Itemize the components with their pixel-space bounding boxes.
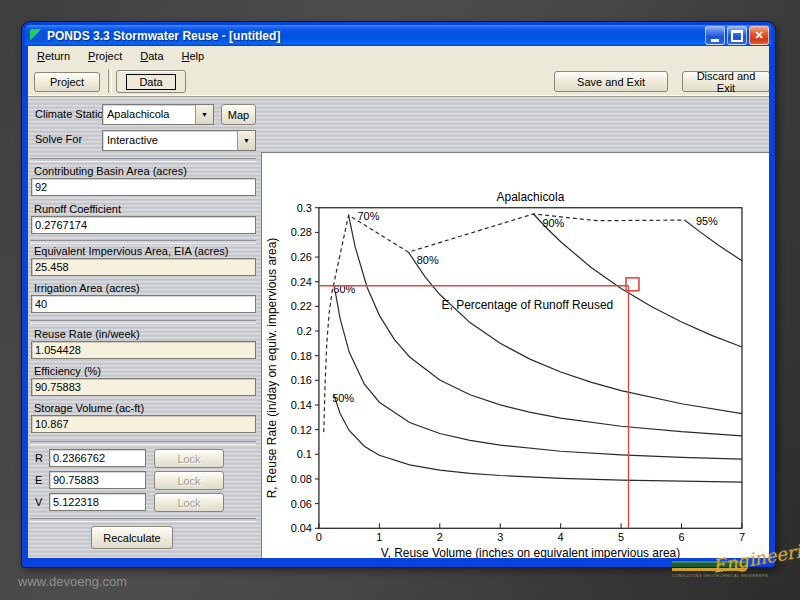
reuse-chart-panel[interactable]: 012345670.30.280.260.240.220.20.180.160.… bbox=[261, 152, 769, 558]
maximize-button[interactable] bbox=[727, 26, 747, 45]
svg-text:3: 3 bbox=[497, 531, 503, 543]
minimize-button[interactable] bbox=[705, 26, 725, 45]
menu-bar: Return Project Data Help bbox=[28, 46, 769, 66]
v-label: V bbox=[35, 496, 42, 508]
toolbar-separator bbox=[108, 69, 112, 93]
close-button[interactable]: ✕ bbox=[749, 26, 769, 45]
svg-text:R, Reuse Rate (in/day on equiv: R, Reuse Rate (in/day on equiv. impervio… bbox=[265, 238, 279, 499]
minimize-icon bbox=[711, 39, 719, 42]
svg-text:0: 0 bbox=[316, 531, 322, 543]
v-input[interactable] bbox=[49, 493, 146, 511]
storage-volume-label: Storage Volume (ac-ft) bbox=[34, 402, 144, 414]
solve-for-label: Solve For bbox=[35, 133, 82, 145]
title-bar[interactable]: PONDS 3.3 Stormwater Reuse - [untitled] … bbox=[25, 25, 772, 46]
storage-volume-output bbox=[31, 415, 256, 433]
e-input[interactable] bbox=[49, 471, 146, 489]
svg-text:E, Percentage of Runoff Reused: E, Percentage of Runoff Reused bbox=[442, 298, 614, 312]
svg-text:0.28: 0.28 bbox=[291, 226, 312, 238]
irrigation-area-label: Irrigation Area (acres) bbox=[34, 282, 140, 294]
svg-text:6: 6 bbox=[678, 531, 684, 543]
project-tab-button[interactable]: Project bbox=[34, 72, 100, 92]
company-logo: CONSULTING GEOTECHNICAL ENGINEERS Engine… bbox=[672, 558, 792, 592]
maximize-icon bbox=[731, 30, 743, 42]
svg-text:V, Reuse Volume (inches on equ: V, Reuse Volume (inches on equivalent im… bbox=[381, 546, 681, 558]
svg-text:Apalachicola: Apalachicola bbox=[497, 190, 565, 204]
toolbar: Project Data Save and Exit Discard and E… bbox=[28, 66, 769, 97]
svg-text:60%: 60% bbox=[333, 283, 355, 295]
r-lock-button[interactable]: Lock bbox=[154, 449, 224, 468]
app-window: PONDS 3.3 Stormwater Reuse - [untitled] … bbox=[22, 22, 775, 567]
save-and-exit-button[interactable]: Save and Exit bbox=[554, 71, 668, 92]
runoff-coefficient-label: Runoff Coefficient bbox=[34, 203, 121, 215]
separator bbox=[30, 518, 256, 522]
website-link[interactable]: www.devoeng.com bbox=[18, 574, 127, 589]
svg-text:70%: 70% bbox=[358, 210, 380, 222]
climate-station-label: Climate Station bbox=[35, 108, 110, 120]
svg-text:80%: 80% bbox=[417, 254, 439, 266]
v-lock-button[interactable]: Lock bbox=[154, 493, 224, 512]
recalculate-button[interactable]: Recalculate bbox=[91, 526, 173, 549]
eia-label: Equivalent Impervious Area, EIA (acres) bbox=[34, 245, 228, 257]
app-icon bbox=[30, 29, 43, 42]
svg-text:0.26: 0.26 bbox=[291, 251, 312, 263]
svg-text:0.04: 0.04 bbox=[291, 522, 312, 534]
runoff-coefficient-input[interactable] bbox=[31, 216, 256, 234]
menu-data[interactable]: Data bbox=[131, 47, 172, 65]
svg-text:0.08: 0.08 bbox=[291, 473, 312, 485]
svg-text:0.14: 0.14 bbox=[291, 399, 312, 411]
e-lock-button[interactable]: Lock bbox=[154, 471, 224, 490]
svg-text:0.22: 0.22 bbox=[291, 300, 312, 312]
eia-output bbox=[31, 258, 256, 276]
svg-text:2: 2 bbox=[437, 531, 443, 543]
svg-text:0.06: 0.06 bbox=[291, 498, 312, 510]
svg-text:4: 4 bbox=[558, 531, 564, 543]
svg-text:0.3: 0.3 bbox=[297, 202, 312, 214]
svg-text:5: 5 bbox=[618, 531, 624, 543]
svg-text:0.16: 0.16 bbox=[291, 374, 312, 386]
svg-text:50%: 50% bbox=[332, 392, 354, 404]
data-tab-button[interactable]: Data bbox=[116, 70, 186, 93]
svg-text:90%: 90% bbox=[542, 217, 564, 229]
svg-text:95%: 95% bbox=[696, 215, 718, 227]
efficiency-output bbox=[31, 378, 256, 396]
irrigation-area-input[interactable] bbox=[31, 295, 256, 313]
basin-area-label: Contributing Basin Area (acres) bbox=[34, 165, 187, 177]
chevron-down-icon[interactable]: ▼ bbox=[195, 105, 213, 124]
e-label: E bbox=[35, 474, 42, 486]
separator bbox=[30, 158, 256, 162]
separator bbox=[30, 320, 256, 324]
efficiency-label: Efficiency (%) bbox=[34, 365, 101, 377]
reuse-chart[interactable]: 012345670.30.280.260.240.220.20.180.160.… bbox=[262, 153, 769, 558]
r-label: R bbox=[35, 452, 43, 464]
reuse-rate-label: Reuse Rate (in/week) bbox=[34, 328, 140, 340]
climate-station-select[interactable]: Apalachicola ▼ bbox=[102, 104, 214, 125]
separator bbox=[30, 240, 256, 244]
basin-area-input[interactable] bbox=[31, 178, 256, 196]
reuse-rate-output bbox=[31, 341, 256, 359]
window-title: PONDS 3.3 Stormwater Reuse - [untitled] bbox=[47, 29, 705, 43]
discard-and-exit-button[interactable]: Discard and Exit bbox=[682, 71, 769, 92]
svg-text:0.1: 0.1 bbox=[297, 448, 312, 460]
r-input[interactable] bbox=[49, 449, 146, 467]
svg-text:0.12: 0.12 bbox=[291, 424, 312, 436]
svg-text:0.2: 0.2 bbox=[297, 325, 312, 337]
menu-project[interactable]: Project bbox=[79, 47, 131, 65]
logo-caption: CONSULTING GEOTECHNICAL ENGINEERS bbox=[672, 573, 752, 578]
main-content: Climate Station Apalachicola ▼ Map Solve… bbox=[28, 97, 769, 558]
menu-help[interactable]: Help bbox=[173, 47, 214, 65]
chevron-down-icon[interactable]: ▼ bbox=[237, 131, 255, 150]
map-button[interactable]: Map bbox=[221, 104, 256, 125]
svg-text:1: 1 bbox=[376, 531, 382, 543]
svg-text:0.24: 0.24 bbox=[291, 276, 312, 288]
solve-for-select[interactable]: Interactive ▼ bbox=[102, 130, 256, 151]
svg-text:7: 7 bbox=[739, 531, 745, 543]
menu-return[interactable]: Return bbox=[28, 47, 79, 65]
close-icon: ✕ bbox=[754, 30, 763, 41]
svg-text:0.18: 0.18 bbox=[291, 350, 312, 362]
separator bbox=[30, 441, 256, 445]
